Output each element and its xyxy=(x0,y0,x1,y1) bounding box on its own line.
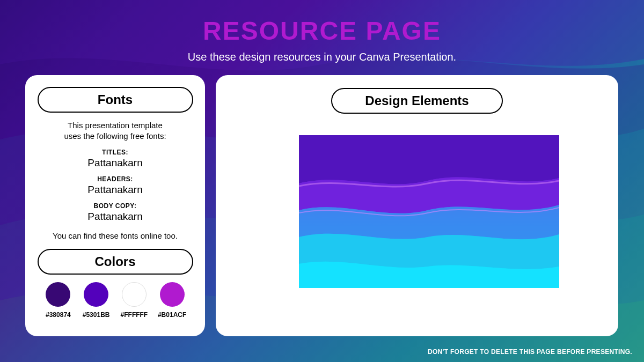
fonts-note: You can find these fonts online too. xyxy=(36,231,194,240)
footer-note: DON'T FORGET TO DELETE THIS PAGE BEFORE … xyxy=(428,348,632,356)
swatch-col-2: #FFFFFF xyxy=(115,282,153,319)
swatch-col-0: #380874 xyxy=(39,282,77,319)
page-subtitle: Use these design resources in your Canva… xyxy=(0,51,644,63)
page-title: RESOURCE PAGE xyxy=(0,16,644,46)
color-swatches: #380874 #5301BB #FFFFFF #B01ACF xyxy=(36,282,194,319)
swatch-3 xyxy=(160,282,185,307)
fonts-card: Fonts This presentation template uses th… xyxy=(25,75,205,336)
swatch-1 xyxy=(84,282,108,307)
fonts-intro-line1: This presentation template xyxy=(68,121,163,130)
swatch-2 xyxy=(122,282,147,307)
font-block-headers: HEADERS: Pattanakarn xyxy=(36,175,194,196)
fonts-heading-pill: Fonts xyxy=(38,87,193,113)
swatch-col-3: #B01ACF xyxy=(153,282,191,319)
design-elements-card: Design Elements xyxy=(216,75,618,336)
font-label-headers: HEADERS: xyxy=(36,175,194,183)
swatch-col-1: #5301BB xyxy=(77,282,115,319)
font-name-titles: Pattanakarn xyxy=(36,157,194,169)
swatch-hex-2: #FFFFFF xyxy=(121,311,148,319)
swatch-0 xyxy=(46,282,70,307)
design-elements-heading-pill: Design Elements xyxy=(331,88,503,114)
fonts-intro: This presentation template uses the foll… xyxy=(36,120,194,142)
design-element-image xyxy=(299,135,559,288)
font-name-headers: Pattanakarn xyxy=(36,184,194,196)
font-block-titles: TITLES: Pattanakarn xyxy=(36,149,194,169)
swatch-hex-1: #5301BB xyxy=(83,311,110,319)
fonts-intro-line2: uses the following free fonts: xyxy=(64,131,166,141)
font-name-body: Pattanakarn xyxy=(36,211,194,223)
swatch-hex-0: #380874 xyxy=(46,311,71,319)
colors-heading-pill: Colors xyxy=(38,249,193,275)
font-block-body: BODY COPY: Pattanakarn xyxy=(36,202,194,223)
font-label-body: BODY COPY: xyxy=(36,202,194,210)
swatch-hex-3: #B01ACF xyxy=(158,311,186,319)
font-label-titles: TITLES: xyxy=(36,149,194,156)
